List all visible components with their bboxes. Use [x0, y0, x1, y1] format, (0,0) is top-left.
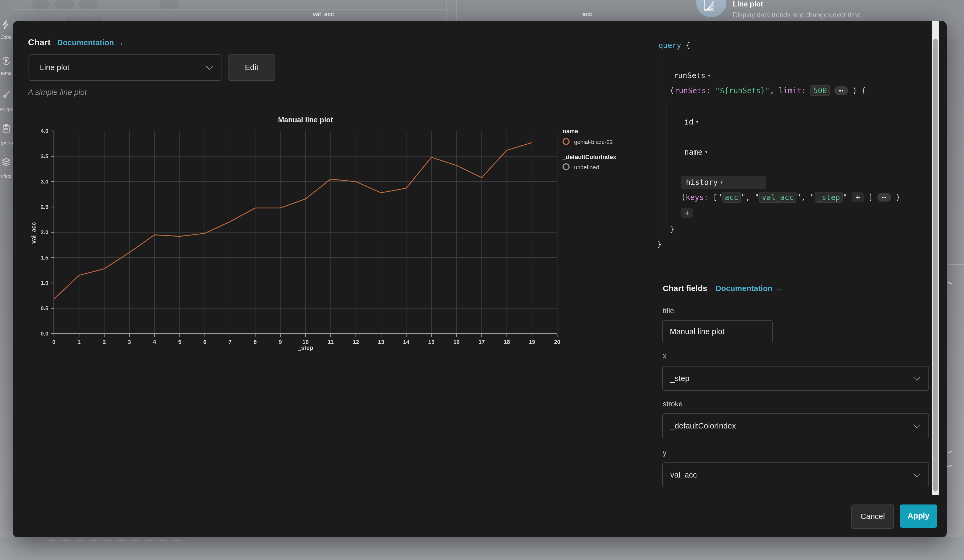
- query-token: history: [686, 177, 718, 186]
- chart-fields-documentation-link[interactable]: Documentation →: [716, 284, 782, 292]
- footer-divider: [13, 495, 946, 495]
- query-line: runSets▾: [674, 70, 710, 81]
- background-divider: [189, 537, 189, 560]
- background-dotted-line: [47, 540, 186, 540]
- tick-label: 0.5: [41, 305, 49, 311]
- stroke-field-select[interactable]: _defaultColorIndex: [662, 413, 929, 438]
- query-token[interactable]: id: [684, 117, 694, 126]
- background-sparkline-fragment: [946, 465, 952, 467]
- query-token: ): [891, 193, 900, 201]
- chart-documentation-link[interactable]: Documentation →: [57, 38, 124, 47]
- cancel-button[interactable]: Cancel: [852, 504, 894, 529]
- layers-icon[interactable]: [0, 157, 12, 169]
- query-line: }: [670, 224, 674, 234]
- legend-run-ring-icon: [563, 138, 570, 145]
- caret-down-icon[interactable]: ▾: [708, 73, 710, 78]
- query-token: keys:: [686, 193, 708, 201]
- x-axis-title: _step: [54, 344, 557, 351]
- query-token: ": [810, 193, 814, 201]
- right-panel-scrollbar-thumb[interactable]: [933, 39, 938, 491]
- query-field-history[interactable]: history▾: [681, 176, 766, 189]
- query-token: [806, 86, 811, 94]
- y-field-select-value: val_acc: [670, 470, 697, 479]
- ellipsis-options-icon[interactable]: ⋯: [878, 193, 891, 201]
- tick-label: 1.0: [41, 280, 49, 286]
- chevron-down-icon: [914, 421, 920, 428]
- background-sparkline-fragment: [947, 282, 952, 285]
- add-key-button[interactable]: +: [852, 192, 864, 202]
- query-token[interactable]: runSets: [674, 71, 705, 80]
- chart-fields-header: Chart fields: [663, 283, 707, 292]
- y-field-label: y: [663, 449, 666, 457]
- chevron-down-icon: [206, 63, 213, 70]
- caret-down-icon: ▾: [720, 180, 723, 185]
- chart-picker-subtitle: Display data trends and changes over tim…: [733, 11, 862, 19]
- caret-down-icon[interactable]: ▾: [696, 119, 699, 124]
- query-token: ,: [746, 193, 755, 201]
- chart-type-select[interactable]: Line plot: [29, 54, 221, 81]
- modal-title: Chart: [28, 37, 50, 47]
- series-line-genial-blaze-22: [54, 143, 532, 299]
- query-token: }: [657, 239, 661, 248]
- clipboard-icon[interactable]: [0, 124, 12, 136]
- y-field-select[interactable]: val_acc: [662, 462, 929, 487]
- title-field-label: title: [663, 306, 674, 314]
- tick-label: 4.0: [41, 128, 49, 134]
- query-line: (runSets: "${runSets}", limit: 500 ⋯ ) {: [670, 85, 866, 95]
- apply-button[interactable]: Apply: [900, 504, 937, 527]
- legend-run-item: genial-blaze-22: [563, 137, 616, 147]
- line-chart-svg: 0.00.51.01.52.02.53.03.54.00123456789101…: [21, 113, 593, 356]
- y-axis-title: val_acc: [30, 205, 37, 260]
- stroke-field-select-value: _defaultColorIndex: [670, 421, 736, 430]
- query-token: [830, 86, 834, 94]
- chart-plot: 0.00.51.01.52.02.53.03.54.00123456789101…: [21, 113, 593, 356]
- x-field-select[interactable]: _step: [662, 366, 929, 391]
- query-token[interactable]: val_acc: [759, 192, 796, 202]
- query-token[interactable]: _step: [814, 192, 842, 202]
- background-divider: [946, 444, 964, 445]
- column-divider: [655, 21, 655, 495]
- chart-type-select-value: Line plot: [40, 63, 70, 72]
- chart-description: A simple line plot: [28, 88, 87, 96]
- chevron-down-icon: [914, 470, 920, 477]
- background-panel-title-acc: acc: [555, 11, 620, 17]
- legend-run-label: genial-blaze-22: [574, 138, 613, 145]
- indent-guide: [661, 52, 661, 241]
- background-sparkline-fragment: [947, 451, 952, 454]
- ellipsis-options-icon[interactable]: ⋯: [834, 86, 848, 94]
- background-panel-gap: [446, 0, 447, 21]
- query-line: history▾: [681, 176, 766, 189]
- background-panel-gap: [456, 0, 457, 21]
- x-field-select-value: _step: [670, 374, 689, 383]
- title-field-input[interactable]: [662, 320, 773, 343]
- query-token: ": [796, 193, 801, 201]
- caret-down-icon[interactable]: ▾: [705, 150, 707, 155]
- query-token: ": [755, 193, 759, 201]
- background-chip: [32, 0, 50, 9]
- query-line: +: [681, 208, 693, 218]
- query-token: {: [681, 41, 690, 49]
- stroke-field-label: stroke: [663, 400, 683, 408]
- bolt-icon[interactable]: [0, 20, 12, 33]
- query-token: (: [670, 86, 674, 94]
- query-token[interactable]: acc: [722, 192, 741, 202]
- query-token: query: [658, 41, 681, 49]
- tick-label: 3.5: [41, 153, 49, 159]
- query-token: runSets:: [674, 86, 711, 94]
- edit-button[interactable]: Edit: [228, 54, 275, 81]
- query-token[interactable]: name: [684, 147, 702, 156]
- chart-legend: name genial-blaze-22 _defaultColorIndex …: [563, 127, 616, 172]
- query-token: ]: [864, 193, 878, 201]
- tick-label: 2.5: [41, 204, 49, 210]
- line-plot-icon: [702, 0, 716, 13]
- query-token[interactable]: 500: [811, 85, 830, 96]
- add-key-button[interactable]: +: [681, 208, 693, 218]
- indent-guide: [666, 98, 667, 222]
- background-sidebar: Jobstomaweepseportstifact: [0, 0, 13, 560]
- query-token: "${runSets}": [715, 86, 770, 94]
- query-token: ) {: [848, 86, 866, 94]
- query-token: ,: [770, 86, 779, 94]
- broom-icon[interactable]: [0, 90, 12, 103]
- automation-icon[interactable]: [0, 56, 12, 68]
- query-line: name▾: [684, 147, 707, 157]
